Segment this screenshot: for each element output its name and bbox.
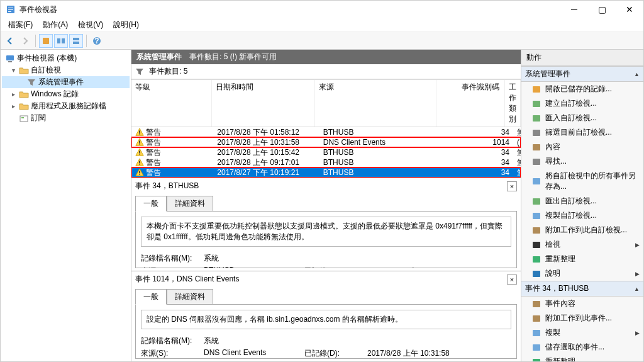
- table-header: 等級 日期和時間 來源 事件識別碼 工作類別: [131, 79, 521, 127]
- actions-pane: 動作 系統管理事件▲ 開啟已儲存的記錄...建立自訂檢視...匯入自訂檢視...…: [521, 50, 643, 361]
- forward-button[interactable]: [18, 34, 32, 48]
- detail1-message: 本機介面卡不支援重要低功耗控制器狀態以支援周邊模式。支援的最低必要狀態遮罩是 0…: [141, 217, 511, 247]
- back-button[interactable]: [3, 34, 17, 48]
- action-group1-title[interactable]: 系統管理事件▲: [521, 66, 643, 82]
- svg-rect-7: [73, 38, 79, 40]
- action-item[interactable]: 重新整理: [521, 354, 643, 361]
- svg-rect-31: [533, 178, 540, 184]
- action-icon: [531, 84, 541, 94]
- svg-rect-19: [139, 151, 140, 154]
- col-level[interactable]: 等級: [131, 80, 212, 127]
- event-count: 事件數目: 5: [149, 66, 187, 77]
- action-item[interactable]: 事件內容: [521, 297, 643, 311]
- action-item[interactable]: 篩選目前自訂檢視...: [521, 125, 643, 140]
- detail2-tab-general[interactable]: 一般: [135, 289, 167, 305]
- help-button[interactable]: ?: [90, 34, 104, 48]
- action-icon: [531, 342, 541, 353]
- action-item[interactable]: 將自訂檢視中的所有事件另存為...: [521, 169, 643, 194]
- toolbar-btn-1[interactable]: [39, 34, 53, 48]
- action-icon: [531, 211, 541, 221]
- action-item[interactable]: 匯入自訂檢視...: [521, 111, 643, 125]
- action-item[interactable]: 複製自訂檢視...: [521, 208, 643, 223]
- action-item[interactable]: 附加工作到此事件...: [521, 311, 643, 325]
- tree-item-windows-logs[interactable]: ▸ Windows 記錄: [2, 88, 130, 100]
- action-item[interactable]: 重新整理: [521, 252, 643, 266]
- menu-help[interactable]: 說明(H): [108, 18, 144, 31]
- filter-icon: [26, 77, 36, 88]
- detail2-message: 設定的 DNS 伺服器沒有回應，名稱 ib.sin1.geoadnxs.com …: [141, 310, 511, 329]
- detail2-close[interactable]: ×: [507, 274, 517, 285]
- action-icon: [531, 299, 541, 309]
- action-item[interactable]: 複製▶: [521, 325, 643, 340]
- tree-item-app-service-logs[interactable]: ▸ 應用程式及服務記錄檔: [2, 100, 130, 112]
- navigation-tree[interactable]: 事件檢視器 (本機) ▾ 自訂檢視 系統管理事件 ▸ Windows 記錄 ▸ …: [1, 50, 131, 361]
- action-icon: [531, 142, 541, 152]
- svg-rect-38: [533, 301, 540, 307]
- action-group2-title[interactable]: 事件 34，BTHUSB▲: [521, 281, 643, 297]
- col-source[interactable]: 來源: [315, 80, 436, 127]
- detail1-close[interactable]: ×: [507, 181, 517, 191]
- action-item[interactable]: 開啟已儲存的記錄...: [521, 82, 643, 96]
- maximize-button[interactable]: ▢: [588, 1, 616, 18]
- action-icon: [531, 157, 541, 167]
- action-icon: [531, 225, 541, 235]
- tree-root[interactable]: 事件檢視器 (本機): [2, 52, 130, 64]
- tree-item-custom-views[interactable]: ▾ 自訂檢視: [2, 64, 130, 76]
- svg-text:?: ?: [94, 37, 99, 45]
- menu-action[interactable]: 動作(A): [38, 18, 73, 31]
- action-item[interactable]: 說明▶: [521, 266, 643, 281]
- svg-rect-39: [533, 315, 540, 322]
- action-item[interactable]: 儲存選取的事件...: [521, 340, 643, 354]
- action-item[interactable]: 匯出自訂檢視...: [521, 194, 643, 208]
- action-item[interactable]: 內容: [521, 140, 643, 154]
- detail2-tab-details[interactable]: 詳細資料: [167, 289, 213, 305]
- detail1-tab-details[interactable]: 詳細資料: [167, 196, 213, 212]
- svg-rect-24: [139, 174, 140, 175]
- filter-bar: 事件數目: 5: [131, 64, 521, 79]
- action-icon: [531, 357, 541, 362]
- svg-rect-27: [533, 115, 540, 122]
- svg-rect-37: [533, 271, 540, 277]
- action-icon: [531, 113, 541, 123]
- svg-rect-21: [139, 161, 140, 164]
- toolbar-btn-3[interactable]: [69, 34, 83, 48]
- action-item[interactable]: 附加工作到此自訂檢視...: [521, 223, 643, 237]
- col-cat[interactable]: 工作類別: [505, 80, 521, 127]
- action-icon: [531, 128, 541, 138]
- svg-rect-15: [139, 131, 140, 133]
- svg-rect-18: [139, 144, 140, 145]
- svg-rect-34: [533, 227, 540, 234]
- action-icon: [531, 240, 541, 250]
- folder-icon: [19, 101, 29, 111]
- detail-pane-2: 事件 1014，DNS Client Events × 一般 詳細資料 設定的 …: [131, 271, 521, 361]
- action-item[interactable]: 尋找...: [521, 154, 643, 169]
- detail1-title: 事件 34，BTHUSB: [135, 181, 199, 191]
- folder-icon: [19, 65, 29, 76]
- svg-rect-33: [533, 213, 540, 219]
- action-item[interactable]: 建立自訂檢視...: [521, 96, 643, 111]
- table-row[interactable]: 警告2017/8/27 下午 10:19:21BTHUSB34無: [131, 167, 521, 178]
- svg-rect-29: [533, 144, 540, 150]
- menu-file[interactable]: 檔案(F): [3, 18, 38, 31]
- svg-rect-14: [21, 117, 24, 118]
- menu-view[interactable]: 檢視(V): [73, 18, 108, 31]
- svg-rect-17: [139, 141, 140, 144]
- close-button[interactable]: ✕: [616, 1, 643, 18]
- svg-rect-42: [533, 359, 540, 362]
- svg-rect-3: [8, 11, 11, 12]
- svg-rect-40: [533, 330, 540, 336]
- col-date[interactable]: 日期和時間: [212, 80, 316, 127]
- tree-item-admin-events[interactable]: 系統管理事件: [2, 76, 130, 88]
- tree-item-subscriptions[interactable]: 訂閱: [2, 112, 130, 124]
- svg-rect-28: [533, 130, 540, 136]
- center-subtitle: 事件數目: 5 (!) 新事件可用: [189, 52, 277, 62]
- detail1-tab-general[interactable]: 一般: [135, 196, 167, 212]
- filter-icon: [135, 67, 144, 76]
- col-id[interactable]: 事件識別碼: [436, 80, 505, 127]
- action-item[interactable]: 檢視▶: [521, 237, 643, 252]
- svg-rect-5: [57, 38, 60, 43]
- action-icon: [531, 99, 541, 109]
- toolbar-btn-2[interactable]: [54, 34, 68, 48]
- action-icon: [531, 314, 541, 324]
- minimize-button[interactable]: ─: [560, 1, 588, 18]
